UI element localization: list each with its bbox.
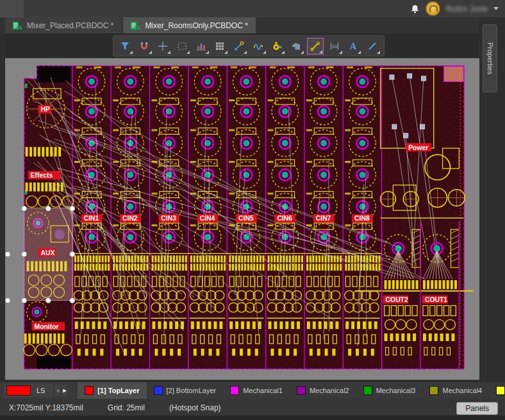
layer-tab-label: Mechanical1 bbox=[243, 387, 283, 394]
layer-color-icon bbox=[154, 386, 163, 395]
crosshair-tool-button[interactable] bbox=[154, 38, 171, 55]
magnet-tool-button[interactable] bbox=[136, 38, 153, 55]
text-icon: A bbox=[348, 41, 358, 51]
svg-text:CIN2: CIN2 bbox=[122, 215, 138, 222]
layer-tab-mechanical3[interactable]: Mechanical3 bbox=[356, 382, 423, 399]
layer-bar: LS ◄ ► [1] TopLayer[2] BottomLayerMechan… bbox=[0, 382, 505, 399]
layer-scroll-right-button[interactable]: ► bbox=[62, 385, 67, 396]
room-label-aux[interactable]: AUX bbox=[38, 249, 55, 257]
grid-setting: Grid: 25mil bbox=[108, 403, 145, 412]
svg-text:CIN7: CIN7 bbox=[316, 215, 331, 222]
document-tab-1[interactable]: Mixer_Placed.PCBDOC * bbox=[5, 17, 121, 33]
svg-text:Power: Power bbox=[408, 144, 428, 151]
pcb-document-icon bbox=[13, 22, 22, 29]
document-tab-bar: Mixer_Placed.PCBDOC *Mixer_RoomsOnly.PCB… bbox=[0, 17, 505, 33]
svg-text:CIN5: CIN5 bbox=[238, 215, 254, 222]
layer-set-group: LS bbox=[4, 383, 53, 398]
layer-tab-label: Mechanical2 bbox=[310, 387, 349, 394]
interactive-route-icon bbox=[234, 41, 244, 51]
app-menu-corner[interactable] bbox=[0, 0, 24, 17]
line-icon bbox=[367, 41, 377, 51]
svg-text:CIN8: CIN8 bbox=[354, 215, 370, 222]
layer-tab-top-over[interactable]: Top Over bbox=[489, 382, 505, 399]
crosshair-icon bbox=[158, 41, 168, 51]
room-label-cin8[interactable]: CIN8 bbox=[352, 214, 373, 223]
layer-scroll-left-button[interactable]: ◄ bbox=[54, 385, 60, 396]
notifications-bell-icon[interactable] bbox=[410, 4, 420, 14]
via-tool-button[interactable] bbox=[269, 38, 285, 55]
pcb-editor-canvas[interactable]: 10A HPEffectsAUXMonitorCIN1CIN2CIN3CIN4C… bbox=[5, 33, 479, 382]
layer-tab-label: [1] TopLayer bbox=[97, 387, 139, 394]
room-label-cin3[interactable]: CIN3 bbox=[158, 214, 179, 223]
polygon-pour-icon bbox=[291, 41, 301, 51]
room-label-cout2[interactable]: COUT2 bbox=[383, 296, 409, 304]
room-label-cin2[interactable]: CIN2 bbox=[120, 214, 141, 223]
room-label-monitor[interactable]: Monitor bbox=[32, 322, 65, 330]
right-panel-strip: Properties bbox=[479, 17, 505, 382]
room-label-cin7[interactable]: CIN7 bbox=[313, 214, 335, 223]
component-grid-tool-button[interactable] bbox=[211, 38, 228, 55]
layer-tab-label: Mechanical3 bbox=[376, 387, 416, 394]
room-label-cin6[interactable]: CIN6 bbox=[274, 214, 295, 223]
filter-icon bbox=[120, 41, 130, 51]
dimension-tool-button[interactable]: 10 bbox=[326, 38, 343, 55]
track-tool-button[interactable] bbox=[307, 38, 324, 55]
room-label-effects[interactable]: Effects bbox=[28, 171, 61, 180]
layer-tab-2-bottomlayer[interactable]: [2] BottomLayer bbox=[147, 382, 224, 399]
track-icon bbox=[310, 41, 320, 51]
current-layer-color-swatch[interactable] bbox=[6, 385, 31, 396]
svg-text:CIN6: CIN6 bbox=[277, 215, 292, 222]
select-area-icon bbox=[177, 41, 187, 51]
svg-text:COUT1: COUT1 bbox=[425, 296, 447, 303]
layer-color-icon bbox=[496, 386, 505, 395]
component-grid-icon bbox=[215, 41, 225, 51]
layer-tab-label: [2] BottomLayer bbox=[167, 387, 217, 394]
differential-pair-icon bbox=[253, 41, 263, 51]
layer-color-icon bbox=[363, 386, 372, 395]
status-bar-bottom-strip bbox=[0, 416, 505, 420]
room-label-cin4[interactable]: CIN4 bbox=[197, 214, 219, 223]
board-insight-tool-button[interactable] bbox=[193, 38, 210, 55]
active-bar-toolbar: 10A bbox=[113, 35, 385, 56]
room-label-power[interactable]: Power bbox=[406, 143, 431, 151]
room-label-cin5[interactable]: CIN5 bbox=[236, 214, 257, 223]
svg-text:Effects: Effects bbox=[31, 172, 53, 179]
document-tab-2[interactable]: Mixer_RoomsOnly.PCBDOC * bbox=[123, 17, 255, 33]
dimension-icon: 10 bbox=[329, 41, 340, 51]
board-insight-icon bbox=[196, 41, 206, 51]
layer-tab-label: Mechanical4 bbox=[442, 387, 482, 394]
pcb-document-icon bbox=[131, 22, 140, 29]
room-label-cin1[interactable]: CIN1 bbox=[81, 214, 103, 223]
snap-mode: (Hotspot Snap) bbox=[169, 403, 221, 412]
user-name: Rubix Jone bbox=[446, 4, 488, 13]
filter-tool-button[interactable] bbox=[117, 38, 133, 55]
status-bar: X:7025mil Y:18375mil Grid: 25mil (Hotspo… bbox=[0, 399, 505, 420]
svg-text:CIN4: CIN4 bbox=[200, 215, 215, 222]
interactive-route-tool-button[interactable] bbox=[231, 38, 247, 55]
layer-set-button[interactable]: LS bbox=[31, 387, 51, 394]
panels-button[interactable]: Panels bbox=[456, 402, 498, 415]
svg-text:COUT2: COUT2 bbox=[386, 296, 408, 303]
layer-color-icon bbox=[85, 386, 94, 395]
select-area-tool-button[interactable] bbox=[174, 38, 190, 55]
layer-tab-mechanical4[interactable]: Mechanical4 bbox=[422, 382, 489, 399]
differential-pair-tool-button[interactable] bbox=[250, 38, 267, 55]
polygon-pour-tool-button[interactable] bbox=[288, 38, 304, 55]
layer-color-icon bbox=[429, 386, 438, 395]
user-avatar[interactable] bbox=[426, 1, 440, 16]
layer-tab-mechanical1[interactable]: Mechanical1 bbox=[223, 382, 290, 399]
via-icon bbox=[272, 41, 282, 51]
user-menu-caret-icon[interactable] bbox=[493, 7, 499, 10]
text-tool-button[interactable]: A bbox=[345, 38, 361, 55]
line-tool-button[interactable] bbox=[364, 38, 381, 55]
svg-text:HP: HP bbox=[40, 106, 49, 113]
tab-label: Mixer_RoomsOnly.PCBDOC * bbox=[145, 21, 247, 30]
pcb-board-view[interactable]: HPEffectsAUXMonitorCIN1CIN2CIN3CIN4CIN5C… bbox=[5, 56, 479, 382]
room-label-hp[interactable]: HP bbox=[38, 105, 51, 113]
room-label-cout1[interactable]: COUT1 bbox=[422, 296, 448, 304]
layer-tab-1-toplayer[interactable]: [1] TopLayer bbox=[78, 382, 146, 399]
layer-tab-mechanical2[interactable]: Mechanical2 bbox=[290, 382, 356, 399]
svg-text:CIN3: CIN3 bbox=[161, 215, 176, 222]
properties-panel-tab[interactable]: Properties bbox=[483, 24, 497, 92]
cursor-position: X:7025mil Y:18375mil bbox=[9, 403, 83, 412]
